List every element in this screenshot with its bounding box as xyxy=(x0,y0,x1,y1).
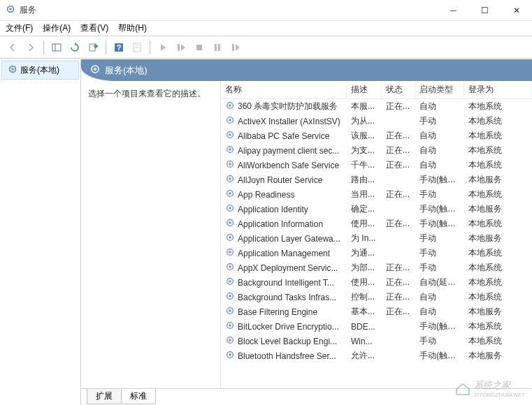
service-row[interactable]: Alibaba PC Safe Service该服...正在...自动本地系统 xyxy=(221,128,532,143)
col-header-logon[interactable]: 登录为 xyxy=(464,81,532,98)
tree-root-label: 服务(本地) xyxy=(20,64,59,76)
service-row[interactable]: BitLocker Drive Encryptio...BDE...手动(触发.… xyxy=(221,319,532,334)
service-logon: 本地服务 xyxy=(464,203,532,215)
service-row[interactable]: Base Filtering Engine基本...正在...自动本地服务 xyxy=(221,304,532,319)
service-logon: 本地系统 xyxy=(464,101,532,112)
service-logon: 本地系统 xyxy=(464,115,532,127)
service-startup: 自动(延迟... xyxy=(415,277,464,288)
service-logon: 本地系统 xyxy=(464,145,532,156)
service-logon: 本地系统 xyxy=(464,189,532,200)
service-desc: 确定... xyxy=(347,203,382,215)
svg-point-48 xyxy=(229,309,231,312)
service-startup: 自动 xyxy=(415,306,464,318)
stop-service-button[interactable] xyxy=(191,39,208,56)
service-desc: 为支... xyxy=(347,145,382,156)
service-row[interactable]: Background Tasks Infras...控制...正在...自动本地… xyxy=(221,290,532,304)
export-button[interactable] xyxy=(85,39,101,56)
service-desc: 为部... xyxy=(347,262,382,274)
gear-icon xyxy=(225,233,235,244)
bottom-tabs: 扩展 标准 xyxy=(81,388,532,405)
start-service-button[interactable] xyxy=(154,39,171,56)
svg-point-40 xyxy=(229,251,231,253)
col-header-startup[interactable]: 启动类型 xyxy=(415,81,464,98)
service-status: 正在... xyxy=(382,262,415,274)
service-row[interactable]: Block Level Backup Engi...Win...手动本地系统 xyxy=(221,334,532,348)
maximize-button[interactable]: ☐ xyxy=(469,0,501,21)
svg-point-38 xyxy=(229,236,231,239)
service-status: 正在... xyxy=(382,189,415,200)
gear-icon xyxy=(225,218,235,230)
service-row[interactable]: AppX Deployment Servic...为部...正在...手动本地系… xyxy=(221,260,532,275)
tab-extended[interactable]: 扩展 xyxy=(87,389,122,404)
service-name: Alibaba PC Safe Service xyxy=(238,131,329,141)
service-row[interactable]: Background Intelligent T...使用...正在...自动(… xyxy=(221,275,532,290)
service-list[interactable]: 名称 描述 状态 启动类型 登录为 360 杀毒实时防护加载服务本服...正在.… xyxy=(221,81,532,388)
tree-root-services[interactable]: 服务(本地) xyxy=(1,61,79,80)
minimize-button[interactable]: ─ xyxy=(438,0,469,21)
svg-point-42 xyxy=(229,265,231,268)
svg-rect-11 xyxy=(196,45,202,50)
menu-action[interactable]: 操作(A) xyxy=(43,22,71,34)
service-row[interactable]: ActiveX Installer (AxInstSV)为从...手动本地系统 xyxy=(221,114,532,128)
col-header-desc[interactable]: 描述 xyxy=(347,81,382,98)
gear-icon xyxy=(225,130,235,142)
service-logon: 本地系统 xyxy=(464,321,532,332)
menu-view[interactable]: 查看(V) xyxy=(80,22,108,34)
service-desc: 为从... xyxy=(347,115,382,127)
help-button[interactable]: ? xyxy=(110,39,127,56)
service-startup: 手动 xyxy=(415,247,464,259)
service-desc: 本服... xyxy=(347,101,382,112)
svg-point-46 xyxy=(229,295,231,297)
service-row[interactable]: Application Layer Gatewa...为 In...手动本地服务 xyxy=(221,231,532,246)
gear-icon xyxy=(225,101,235,112)
service-row[interactable]: Application Information使用...正在...手动(触发..… xyxy=(221,216,532,231)
gear-icon xyxy=(225,277,235,288)
service-logon: 本地系统 xyxy=(464,277,532,288)
service-row[interactable]: Bluetooth Handsfree Ser...允许...手动(触发...本… xyxy=(221,348,532,363)
service-desc: Win... xyxy=(347,337,382,346)
service-status: 正在... xyxy=(382,291,415,303)
show-hide-button[interactable] xyxy=(48,39,65,56)
service-row[interactable]: Application Management为通...手动本地系统 xyxy=(221,246,532,260)
service-name: Background Intelligent T... xyxy=(238,278,334,288)
forward-button[interactable] xyxy=(22,39,39,56)
service-name: Application Information xyxy=(238,219,323,229)
main-area: 服务(本地) 服务(本地) 选择一个项目来查看它的描述。 名称 描述 状态 启动… xyxy=(0,59,532,405)
col-header-status[interactable]: 状态 xyxy=(382,81,415,98)
toolbar-separator xyxy=(106,40,106,54)
service-status: 正在... xyxy=(382,145,415,156)
svg-point-34 xyxy=(229,207,231,209)
service-row[interactable]: Application Identity确定...手动(触发...本地服务 xyxy=(221,202,532,216)
service-row[interactable]: AllJoyn Router Service路由...手动(触发...本地服务 xyxy=(221,172,532,187)
svg-rect-14 xyxy=(232,44,234,51)
service-row[interactable]: App Readiness当用...正在...手动本地系统 xyxy=(221,187,532,202)
close-button[interactable]: ✕ xyxy=(501,0,532,21)
service-row[interactable]: 360 杀毒实时防护加载服务本服...正在...自动本地系统 xyxy=(221,99,532,114)
menu-help[interactable]: 帮助(H) xyxy=(118,22,147,34)
tab-standard[interactable]: 标准 xyxy=(121,389,156,404)
svg-point-50 xyxy=(229,324,231,327)
menu-file[interactable]: 文件(F) xyxy=(6,22,33,34)
col-header-name[interactable]: 名称 xyxy=(221,81,347,98)
service-status: 正在... xyxy=(382,130,415,142)
toolbar: ? xyxy=(0,36,532,59)
service-row[interactable]: Alipay payment client sec...为支...正在...自动… xyxy=(221,143,532,158)
restart-service-button[interactable] xyxy=(227,39,244,56)
service-name: Background Tasks Infras... xyxy=(238,293,336,302)
service-name: Base Filtering Engine xyxy=(238,307,317,317)
service-desc: BDE... xyxy=(347,322,382,332)
right-pane: 服务(本地) 选择一个项目来查看它的描述。 名称 描述 状态 启动类型 登录为 … xyxy=(81,59,532,405)
refresh-button[interactable] xyxy=(66,39,83,56)
pause-service-button[interactable] xyxy=(209,39,226,56)
back-button[interactable] xyxy=(4,39,21,56)
services-icon xyxy=(6,4,15,17)
service-logon: 本地服务 xyxy=(464,306,532,318)
pane-title: 服务(本地) xyxy=(105,64,148,77)
service-logon: 本地系统 xyxy=(464,130,532,142)
properties-button[interactable] xyxy=(129,39,145,56)
resume-service-button[interactable] xyxy=(173,39,189,56)
description-hint: 选择一个项目来查看它的描述。 xyxy=(88,88,213,100)
service-status: 正在... xyxy=(382,159,415,171)
service-row[interactable]: AliWorkbench Safe Service千牛...正在...自动本地系… xyxy=(221,158,532,172)
service-logon: 本地服务 xyxy=(464,350,532,362)
